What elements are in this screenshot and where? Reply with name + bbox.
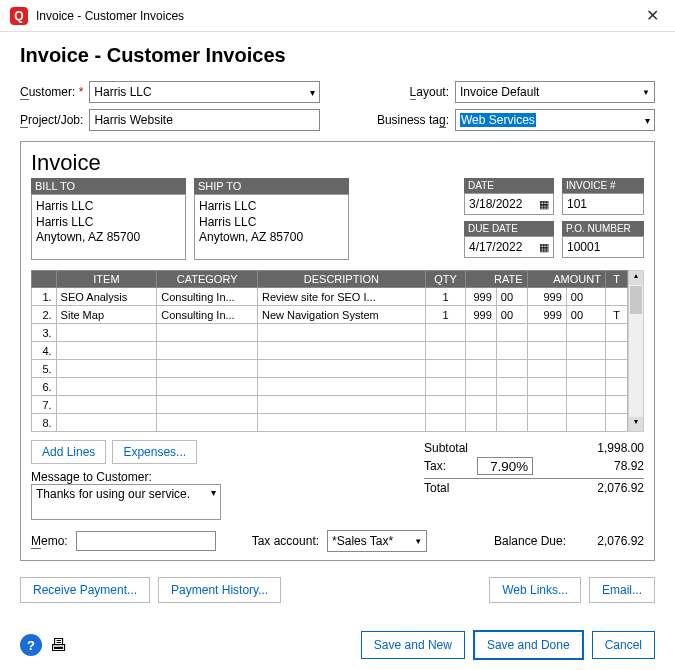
subtotal-value: 1,998.00 <box>564 441 644 455</box>
message-label: Message to Customer: <box>31 470 221 484</box>
memo-input[interactable] <box>76 531 216 551</box>
save-and-done-button[interactable]: Save and Done <box>473 630 584 660</box>
email-button[interactable]: Email... <box>589 577 655 603</box>
bill-to-label: BILL TO <box>31 178 186 194</box>
po-number-field[interactable]: 10001 <box>562 236 644 258</box>
bill-to-address[interactable]: Harris LLC Harris LLC Anytown, AZ 85700 <box>31 194 186 260</box>
ship-to-label: SHIP TO <box>194 178 349 194</box>
calendar-icon[interactable]: ▦ <box>539 241 549 254</box>
table-row[interactable]: 2.Site MapConsulting In...New Navigation… <box>32 306 628 324</box>
picker-icon: ▾ <box>211 487 216 498</box>
customer-value: Harris LLC <box>94 85 151 99</box>
total-label: Total <box>424 481 449 495</box>
add-lines-button[interactable]: Add Lines <box>31 440 106 464</box>
customer-combo[interactable]: Harris LLC ▾ <box>89 81 320 103</box>
cancel-button[interactable]: Cancel <box>592 631 655 659</box>
balance-due-label: Balance Due: <box>494 534 566 548</box>
tax-rate-input[interactable] <box>477 457 533 475</box>
web-links-button[interactable]: Web Links... <box>489 577 581 603</box>
project-combo[interactable]: Harris Website <box>89 109 320 131</box>
col-amount: AMOUNT <box>527 271 605 288</box>
project-value: Harris Website <box>94 113 172 127</box>
layout-label: Layout: <box>410 85 449 99</box>
memo-label: Memo: <box>31 534 68 548</box>
table-row[interactable]: 6. <box>32 378 628 396</box>
customer-label: Customer: * <box>20 85 83 99</box>
layout-value: Invoice Default <box>460 85 539 99</box>
tax-amount: 78.92 <box>564 459 644 473</box>
balance-due-value: 2,076.92 <box>574 534 644 548</box>
due-date-field[interactable]: 4/17/2022 ▦ <box>464 236 554 258</box>
tax-label: Tax: <box>424 459 446 473</box>
receive-payment-button[interactable]: Receive Payment... <box>20 577 150 603</box>
layout-combo[interactable]: Invoice Default ▼ <box>455 81 655 103</box>
col-description: DESCRIPTION <box>257 271 425 288</box>
page-title: Invoice - Customer Invoices <box>20 44 655 67</box>
payment-history-button[interactable]: Payment History... <box>158 577 281 603</box>
scroll-up-icon[interactable]: ▴ <box>629 271 643 285</box>
save-and-new-button[interactable]: Save and New <box>361 631 465 659</box>
col-qty: QTY <box>425 271 465 288</box>
ship-to-address[interactable]: Harris LLC Harris LLC Anytown, AZ 85700 <box>194 194 349 260</box>
table-row[interactable]: 7. <box>32 396 628 414</box>
scroll-down-icon[interactable]: ▾ <box>629 417 643 431</box>
chevron-down-icon: ▼ <box>642 88 650 97</box>
window-title: Invoice - Customer Invoices <box>36 9 640 23</box>
app-icon: Q <box>10 7 28 25</box>
invoice-number-label: INVOICE # <box>562 178 644 193</box>
table-row[interactable]: 3. <box>32 324 628 342</box>
picker-icon: ▾ <box>645 115 650 126</box>
invoice-panel: Invoice BILL TO Harris LLC Harris LLC An… <box>20 141 655 561</box>
chevron-down-icon: ▼ <box>414 537 422 546</box>
invoice-heading: Invoice <box>31 150 644 176</box>
calendar-icon[interactable]: ▦ <box>539 198 549 211</box>
subtotal-label: Subtotal <box>424 441 468 455</box>
tax-account-label: Tax account: <box>252 534 319 548</box>
project-label: Project/Job: <box>20 113 83 127</box>
date-field[interactable]: 3/18/2022 ▦ <box>464 193 554 215</box>
date-label: DATE <box>464 178 554 193</box>
col-tax: T <box>605 271 627 288</box>
due-date-label: DUE DATE <box>464 221 554 236</box>
line-items-table[interactable]: ITEM CATEGORY DESCRIPTION QTY RATE AMOUN… <box>31 270 628 432</box>
title-bar: Q Invoice - Customer Invoices ✕ <box>0 0 675 32</box>
col-item: ITEM <box>56 271 157 288</box>
total-value: 2,076.92 <box>564 481 644 495</box>
tag-combo[interactable]: Web Services ▾ <box>455 109 655 131</box>
expenses-button[interactable]: Expenses... <box>112 440 197 464</box>
tag-label: Business tag: <box>377 113 449 127</box>
po-number-label: P.O. NUMBER <box>562 221 644 236</box>
help-icon[interactable]: ? <box>20 634 42 656</box>
col-category: CATEGORY <box>157 271 258 288</box>
table-row[interactable]: 5. <box>32 360 628 378</box>
table-row[interactable]: 4. <box>32 342 628 360</box>
scrollbar[interactable]: ▴ ▾ <box>628 270 644 432</box>
picker-icon: ▾ <box>310 87 315 98</box>
print-icon[interactable]: 🖶 <box>50 635 68 656</box>
table-row[interactable]: 8. <box>32 414 628 432</box>
message-field[interactable]: Thanks for using our service. ▾ <box>31 484 221 520</box>
invoice-number-field[interactable]: 101 <box>562 193 644 215</box>
close-icon[interactable]: ✕ <box>640 6 665 25</box>
col-rate: RATE <box>466 271 528 288</box>
tax-account-combo[interactable]: *Sales Tax* ▼ <box>327 530 427 552</box>
scroll-thumb[interactable] <box>630 286 642 314</box>
tag-value: Web Services <box>460 113 536 127</box>
table-row[interactable]: 1.SEO AnalysisConsulting In...Review sit… <box>32 288 628 306</box>
